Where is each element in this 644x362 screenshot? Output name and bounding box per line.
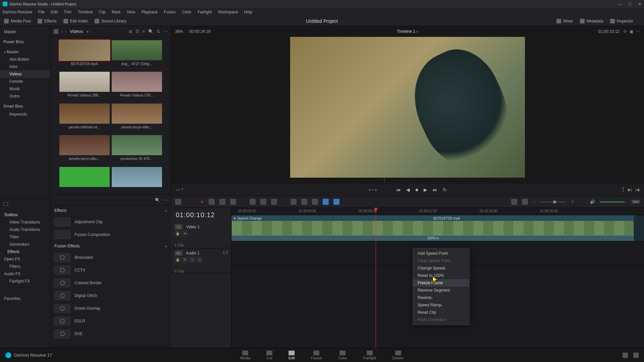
menu-fairlight[interactable]: Fairlight — [198, 10, 212, 14]
ctx-rewind[interactable]: Rewind — [413, 294, 469, 301]
menu-view[interactable]: View — [127, 10, 136, 14]
media-thumb-0[interactable]: 657518728.mp4 — [59, 40, 110, 68]
view-list-icon[interactable]: ≡ — [143, 29, 145, 34]
zoom-search-icon[interactable] — [511, 199, 517, 205]
metadata-toggle[interactable]: Metadata — [580, 19, 603, 23]
track-a1-disable[interactable]: 👁 — [182, 257, 188, 262]
mark-in-icon[interactable]: ⎡ — [623, 187, 625, 192]
view-strip-icon[interactable]: ☰ — [136, 29, 139, 34]
ctx-reverse-segment[interactable]: Reverse Segment — [413, 287, 469, 294]
insert-clip-icon[interactable] — [250, 199, 256, 205]
effect-cctv[interactable]: CCTV — [50, 264, 171, 277]
goto-end-button[interactable]: ⏭ — [433, 187, 437, 192]
inspector-toggle[interactable]: Inspector — [610, 19, 633, 23]
goto-start-button[interactable]: ⏮ — [396, 187, 401, 192]
tree-filters[interactable]: Filters — [0, 263, 50, 270]
tree-openfx[interactable]: Open FX — [0, 255, 50, 263]
replace-clip-icon[interactable] — [271, 199, 277, 205]
media-pool-collapse-icon[interactable] — [3, 202, 8, 206]
bin-abo-button[interactable]: Abo Button — [0, 56, 50, 63]
play-button[interactable]: ▶ — [424, 187, 427, 192]
timeline-clip[interactable]: ▾ Speed Change 657518728.mp4 100% ▾ — [231, 215, 634, 241]
media-search-icon[interactable]: 🔍 — [155, 198, 160, 202]
effect-adjustment-clip[interactable]: Adjustment Clip — [50, 216, 171, 228]
tree-audiofx[interactable]: Audio FX — [0, 270, 50, 278]
mixer-toggle[interactable]: Mixer — [556, 19, 573, 23]
dim-button[interactable]: DIM — [631, 200, 640, 204]
zoom-level[interactable]: 36% — [175, 29, 183, 34]
snap-icon[interactable] — [290, 199, 297, 205]
effect-colored-border[interactable]: Colored Border — [50, 277, 171, 289]
fusion-effects-header[interactable]: Fusion Effects — [50, 241, 171, 251]
media-thumb-1[interactable]: dog_- 4727 (Orig... — [112, 40, 162, 68]
media-thumb-3[interactable]: Pexels Videos 278... — [112, 72, 162, 100]
page-color[interactable]: Color — [338, 351, 347, 360]
page-fusion[interactable]: Fusion — [311, 351, 322, 360]
maximize-button[interactable]: ☐ — [628, 2, 632, 6]
menu-mark[interactable]: Mark — [112, 10, 121, 14]
page-deliver[interactable]: Deliver — [392, 351, 404, 360]
nav-fwd-icon[interactable]: › — [65, 29, 66, 34]
bin-outro[interactable]: Outro — [0, 93, 50, 100]
nav-back-icon[interactable]: ‹ — [61, 29, 62, 34]
track-a1-lock[interactable]: 🔒 — [174, 257, 180, 262]
ctx-reset-to-100-[interactable]: Reset to 100% — [413, 272, 469, 279]
timeline-view-opts-icon[interactable] — [175, 199, 181, 205]
link-icon[interactable] — [301, 199, 307, 205]
home-button[interactable] — [623, 353, 628, 358]
menu-clip[interactable]: Clip — [99, 10, 106, 14]
tree-audio-transitions[interactable]: Audio Transitions — [0, 226, 50, 233]
stop-button[interactable]: ■ — [415, 187, 418, 192]
marker-icon[interactable] — [333, 199, 339, 205]
match-frame-icon[interactable]: ● — [372, 188, 374, 191]
retime-speed-bar[interactable]: 100% ▾ — [232, 236, 634, 241]
media-thumb-8[interactable] — [59, 167, 110, 191]
menu-file[interactable]: File — [38, 10, 45, 14]
menu-davinci-resolve[interactable]: DaVinci Resolve — [3, 10, 32, 14]
bin-layout-icon[interactable] — [54, 29, 58, 34]
ctx-add-speed-point[interactable]: Add Speed Point — [413, 250, 469, 257]
tree-favorites[interactable]: Favorites — [0, 295, 50, 302]
track-v1-lock[interactable]: 🔒 — [174, 231, 180, 236]
ctx-change-speed[interactable]: Change Speed — [413, 264, 469, 272]
dyn-trim-icon[interactable] — [219, 199, 225, 205]
media-thumb-4[interactable]: pexels-mikhail-nil... — [59, 104, 110, 132]
tree-fairlightfx[interactable]: Fairlight FX — [0, 278, 50, 285]
tree-effects[interactable]: Effects — [0, 248, 50, 255]
track-a1-mute[interactable]: M — [197, 257, 203, 262]
effects-toggle[interactable]: Effects — [38, 19, 56, 23]
search-icon[interactable]: 🔍 — [148, 29, 153, 34]
menu-fusion[interactable]: Fusion — [164, 10, 176, 14]
match-frame-prev-icon[interactable]: ◀ — [368, 188, 371, 191]
view-grid-icon[interactable]: ⊞ — [129, 29, 132, 34]
page-media[interactable]: Media — [240, 351, 250, 360]
zoom-in-icon[interactable]: + — [571, 199, 574, 204]
page-fairlight[interactable]: Fairlight — [363, 351, 376, 360]
tree-generators[interactable]: Generators — [0, 241, 50, 248]
overlay-menu-icon[interactable]: ▾ — [181, 187, 183, 192]
tree-video-transitions[interactable]: Video Transitions — [0, 219, 50, 226]
tree-toolbox[interactable]: Toolbox — [0, 211, 50, 219]
ctx-reset-clip[interactable]: Reset Clip — [413, 309, 469, 316]
track-a1-solo[interactable]: S — [189, 257, 195, 262]
volume-slider[interactable] — [600, 201, 627, 202]
viewer-scrubber[interactable] — [171, 178, 644, 184]
sound-library-toggle[interactable]: Sound Library — [95, 19, 126, 23]
match-frame-next-icon[interactable]: ▶ — [375, 188, 377, 191]
blade-tool-icon[interactable] — [230, 199, 236, 205]
bin-master-root[interactable]: Master — [0, 28, 50, 36]
ctx-freeze-frame[interactable]: Freeze Frame — [413, 279, 469, 287]
effect-binoculars[interactable]: Binoculars — [50, 251, 171, 264]
track-v1-tag[interactable]: V1 — [174, 224, 183, 230]
zoom-out-icon[interactable]: − — [533, 199, 535, 204]
overwrite-clip-icon[interactable] — [260, 199, 266, 205]
minimize-button[interactable]: — — [618, 2, 622, 6]
dual-view-icon[interactable]: ▣ — [630, 29, 633, 34]
media-thumb-2[interactable]: Pexels Videos 288... — [59, 72, 110, 100]
menu-playback[interactable]: Playback — [141, 10, 158, 14]
track-a1-tag[interactable]: A1 — [174, 250, 183, 256]
zoom-fit-icon[interactable] — [522, 199, 528, 205]
bin-intro[interactable]: Intro — [0, 63, 50, 70]
effect-dve[interactable]: DVE — [50, 327, 171, 340]
viewer-opts-icon[interactable]: ⋯ — [636, 29, 640, 34]
